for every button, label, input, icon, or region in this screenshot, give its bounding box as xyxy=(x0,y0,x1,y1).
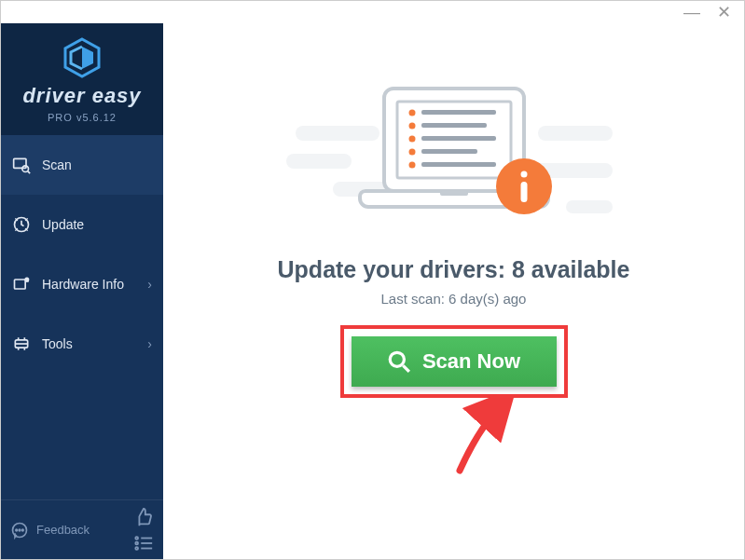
brand-block: driver easy PRO v5.6.12 xyxy=(1,23,163,135)
laptop-illustration xyxy=(347,79,561,238)
svg-rect-38 xyxy=(421,162,496,167)
arrow-annotation xyxy=(452,394,517,478)
svg-line-3 xyxy=(28,171,30,174)
sidebar-footer: Feedback xyxy=(1,499,163,559)
update-icon xyxy=(12,215,31,234)
scan-now-button[interactable]: Scan Now xyxy=(352,336,557,387)
nav-item-scan[interactable]: Scan xyxy=(1,135,163,195)
chevron-right-icon: › xyxy=(147,277,152,292)
svg-rect-42 xyxy=(520,182,527,202)
scan-icon xyxy=(12,156,31,174)
svg-rect-26 xyxy=(566,200,613,213)
nav-item-tools[interactable]: Tools › xyxy=(1,314,163,374)
tools-icon xyxy=(12,335,31,353)
scan-button-label: Scan Now xyxy=(422,349,520,374)
content-area: Update your drivers: 8 available Last sc… xyxy=(163,23,744,559)
titlebar: — ✕ xyxy=(1,1,744,23)
svg-rect-39 xyxy=(440,191,468,196)
svg-point-12 xyxy=(19,529,21,531)
minimize-button[interactable]: — xyxy=(683,4,700,20)
svg-point-29 xyxy=(408,110,415,116)
nav-label: Hardware Info xyxy=(42,277,124,292)
brand-version: PRO v5.6.12 xyxy=(48,112,117,123)
feedback-link[interactable]: Feedback xyxy=(36,523,90,537)
svg-line-44 xyxy=(403,365,409,372)
hardware-icon: 1 xyxy=(12,275,31,294)
brand-name: driver easy xyxy=(22,84,141,108)
svg-rect-30 xyxy=(421,110,496,115)
app-logo-icon xyxy=(60,35,104,80)
svg-rect-36 xyxy=(421,149,477,154)
svg-point-33 xyxy=(408,136,415,143)
svg-point-31 xyxy=(408,123,415,130)
main-title: Update your drivers: 8 available xyxy=(278,256,630,283)
svg-rect-34 xyxy=(421,136,496,141)
nav-item-hardware[interactable]: 1 Hardware Info › xyxy=(1,254,163,314)
svg-point-18 xyxy=(135,547,138,550)
svg-point-35 xyxy=(408,149,415,156)
nav-item-update[interactable]: Update xyxy=(1,195,163,254)
svg-point-43 xyxy=(390,352,404,366)
chevron-right-icon: › xyxy=(147,336,152,351)
nav-label: Scan xyxy=(42,157,72,172)
menu-icon[interactable] xyxy=(133,533,154,553)
feedback-icon xyxy=(10,521,29,540)
search-icon xyxy=(387,349,411,374)
svg-point-11 xyxy=(16,529,18,531)
svg-rect-5 xyxy=(15,280,26,289)
main-subtitle: Last scan: 6 day(s) ago xyxy=(381,291,527,307)
nav-label: Tools xyxy=(42,336,73,351)
svg-point-37 xyxy=(408,162,415,169)
nav: Scan Update 1 Hardware Info › Tools xyxy=(1,135,163,374)
svg-rect-22 xyxy=(286,154,352,169)
close-button[interactable]: ✕ xyxy=(717,4,731,20)
nav-label: Update xyxy=(42,217,84,232)
svg-point-14 xyxy=(135,537,138,540)
thumbs-up-icon[interactable] xyxy=(133,507,154,527)
svg-point-13 xyxy=(22,529,24,531)
sidebar: driver easy PRO v5.6.12 Scan Update 1 xyxy=(1,23,163,559)
svg-rect-32 xyxy=(421,123,487,128)
highlight-annotation: Scan Now xyxy=(340,325,568,398)
svg-point-16 xyxy=(135,541,138,544)
svg-point-41 xyxy=(520,171,527,178)
